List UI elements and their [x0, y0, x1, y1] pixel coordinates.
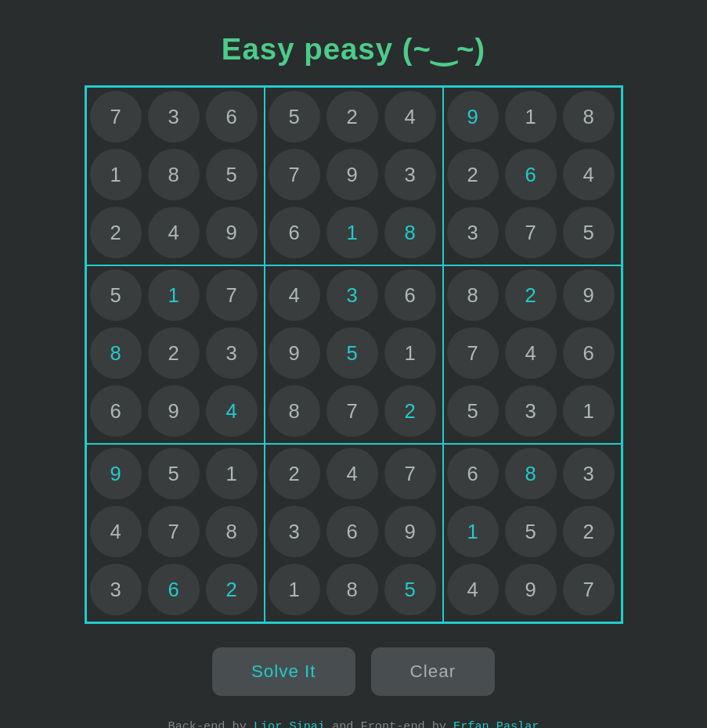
cell-2-8[interactable]: 5 — [563, 207, 615, 258]
cell-4-7[interactable]: 4 — [505, 327, 557, 379]
cell-7-3[interactable]: 3 — [269, 506, 320, 557]
cell-5-4[interactable]: 7 — [326, 385, 378, 437]
cell-8-2[interactable]: 2 — [206, 564, 258, 615]
cell-8-4[interactable]: 8 — [326, 564, 378, 615]
cell-0-6[interactable]: 9 — [447, 91, 499, 142]
cell-2-3[interactable]: 6 — [269, 207, 320, 258]
cell-6-8[interactable]: 3 — [563, 448, 615, 499]
box-0-2: 918264375 — [443, 87, 622, 265]
solve-button[interactable]: Solve It — [212, 647, 355, 696]
cell-5-2[interactable]: 4 — [206, 385, 258, 437]
cell-6-6[interactable]: 6 — [447, 448, 499, 499]
cell-6-1[interactable]: 5 — [148, 448, 200, 499]
cell-0-4[interactable]: 2 — [326, 91, 378, 142]
cell-7-7[interactable]: 5 — [505, 506, 557, 557]
cell-1-7[interactable]: 6 — [505, 149, 557, 200]
cell-0-2[interactable]: 6 — [206, 91, 258, 142]
cell-3-3[interactable]: 4 — [269, 269, 320, 321]
box-0-1: 524793618 — [265, 87, 443, 265]
cell-5-0[interactable]: 6 — [90, 385, 142, 437]
cell-2-2[interactable]: 9 — [206, 207, 258, 258]
cell-1-0[interactable]: 1 — [90, 149, 142, 200]
cell-3-4[interactable]: 3 — [326, 269, 378, 321]
cell-7-2[interactable]: 8 — [206, 506, 258, 557]
button-row: Solve It Clear — [212, 647, 495, 696]
cell-2-5[interactable]: 8 — [384, 207, 436, 258]
cell-5-7[interactable]: 3 — [505, 385, 557, 437]
cell-1-3[interactable]: 7 — [269, 149, 320, 200]
box-1-1: 436951872 — [265, 265, 443, 444]
cell-5-5[interactable]: 2 — [384, 385, 436, 437]
cell-2-7[interactable]: 7 — [505, 207, 557, 258]
cell-0-3[interactable]: 5 — [269, 91, 320, 142]
cell-8-0[interactable]: 3 — [90, 564, 142, 615]
cell-4-6[interactable]: 7 — [447, 327, 499, 379]
footer-author2: Erfan Paslar — [453, 719, 539, 728]
page-title: Easy peasy (~‿~) — [222, 31, 485, 67]
cell-3-7[interactable]: 2 — [505, 269, 557, 321]
box-1-0: 517823694 — [86, 265, 265, 444]
cell-4-4[interactable]: 5 — [326, 327, 378, 379]
cell-8-1[interactable]: 6 — [148, 564, 200, 615]
cell-3-2[interactable]: 7 — [206, 269, 258, 321]
box-0-0: 736185249 — [86, 87, 265, 265]
cell-5-8[interactable]: 1 — [563, 385, 615, 437]
cell-6-4[interactable]: 4 — [326, 448, 378, 499]
cell-0-7[interactable]: 1 — [505, 91, 557, 142]
cell-0-8[interactable]: 8 — [563, 91, 615, 142]
cell-1-6[interactable]: 2 — [447, 149, 499, 200]
cell-4-2[interactable]: 3 — [206, 327, 258, 379]
box-1-2: 829746531 — [443, 265, 622, 444]
cell-6-2[interactable]: 1 — [206, 448, 258, 499]
cell-7-6[interactable]: 1 — [447, 506, 499, 557]
cell-3-6[interactable]: 8 — [447, 269, 499, 321]
cell-5-6[interactable]: 5 — [447, 385, 499, 437]
cell-1-4[interactable]: 9 — [326, 149, 378, 200]
cell-8-6[interactable]: 4 — [447, 564, 499, 615]
cell-4-1[interactable]: 2 — [148, 327, 200, 379]
cell-7-8[interactable]: 2 — [563, 506, 615, 557]
box-2-1: 247369185 — [265, 444, 443, 622]
box-2-0: 951478362 — [86, 444, 265, 622]
footer-middle: and Front-end by — [325, 719, 453, 728]
cell-3-1[interactable]: 1 — [148, 269, 200, 321]
cell-7-0[interactable]: 4 — [90, 506, 142, 557]
cell-4-5[interactable]: 1 — [384, 327, 436, 379]
cell-2-6[interactable]: 3 — [447, 207, 499, 258]
cell-6-7[interactable]: 8 — [505, 448, 557, 499]
footer: Back-end by Lior Sinai and Front-end by … — [168, 719, 539, 728]
cell-4-8[interactable]: 6 — [563, 327, 615, 379]
cell-7-1[interactable]: 7 — [148, 506, 200, 557]
cell-8-8[interactable]: 7 — [563, 564, 615, 615]
cell-0-1[interactable]: 3 — [148, 91, 200, 142]
cell-0-5[interactable]: 4 — [384, 91, 436, 142]
cell-4-3[interactable]: 9 — [269, 327, 320, 379]
cell-4-0[interactable]: 8 — [90, 327, 142, 379]
footer-author1: Lior Sinai — [254, 719, 325, 728]
cell-1-1[interactable]: 8 — [148, 149, 200, 200]
clear-button[interactable]: Clear — [371, 647, 496, 696]
cell-8-7[interactable]: 9 — [505, 564, 557, 615]
footer-prefix: Back-end by — [168, 719, 254, 728]
cell-1-2[interactable]: 5 — [206, 149, 258, 200]
cell-8-3[interactable]: 1 — [269, 564, 320, 615]
cell-2-0[interactable]: 2 — [90, 207, 142, 258]
cell-3-5[interactable]: 6 — [384, 269, 436, 321]
cell-6-0[interactable]: 9 — [90, 448, 142, 499]
cell-5-3[interactable]: 8 — [269, 385, 320, 437]
cell-3-8[interactable]: 9 — [563, 269, 615, 321]
sudoku-grid: 7361852495247936189182643755178236944369… — [85, 85, 623, 624]
cell-7-5[interactable]: 9 — [384, 506, 436, 557]
box-2-2: 683152497 — [443, 444, 622, 622]
cell-1-8[interactable]: 4 — [563, 149, 615, 200]
cell-8-5[interactable]: 5 — [384, 564, 436, 615]
cell-2-1[interactable]: 4 — [148, 207, 200, 258]
cell-1-5[interactable]: 3 — [384, 149, 436, 200]
cell-6-3[interactable]: 2 — [269, 448, 320, 499]
cell-3-0[interactable]: 5 — [90, 269, 142, 321]
cell-5-1[interactable]: 9 — [148, 385, 200, 437]
cell-7-4[interactable]: 6 — [326, 506, 378, 557]
cell-6-5[interactable]: 7 — [384, 448, 436, 499]
cell-2-4[interactable]: 1 — [326, 207, 378, 258]
cell-0-0[interactable]: 7 — [90, 91, 142, 142]
